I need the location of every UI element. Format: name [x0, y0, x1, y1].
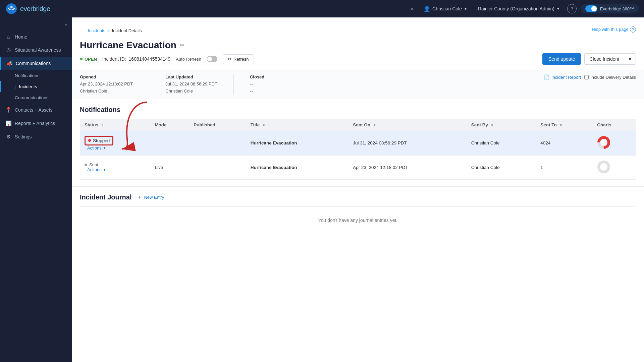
opened-date: Apr 23, 2024 12:18:02 PDT — [80, 81, 133, 88]
sidebar-label-reports-analytics: Reports + Analytics — [15, 121, 55, 126]
row1-title-cell: Hurricane Evacuation — [246, 131, 348, 155]
row2-sent-on-cell: Apr 23, 2024 12:18:02 PDT — [348, 155, 466, 179]
svg-point-6 — [601, 164, 606, 170]
col-status: Status ⇕ — [80, 119, 150, 131]
refresh-button[interactable]: ↻ Refresh — [223, 54, 254, 64]
product-label: Everbridge 360™ — [600, 6, 634, 11]
sent-on-sort-icon[interactable]: ▼ — [373, 123, 376, 127]
sidebar-label-communications: Communications — [16, 61, 51, 66]
row2-actions-btn[interactable]: Actions ▼ — [87, 167, 145, 172]
opened-label: Opened — [80, 74, 133, 79]
title-sort-icon[interactable]: ⇕ — [262, 123, 265, 127]
close-incident-dropdown[interactable]: Close Incident ▼ — [584, 53, 636, 65]
col-sent-by: Sent By ⇕ — [467, 119, 536, 131]
sidebar-item-contacts-assets[interactable]: 📍 Contacts + Assets — [0, 103, 72, 117]
auto-refresh-toggle[interactable] — [207, 56, 217, 62]
notifications-section: Notifications Status — [72, 99, 644, 180]
sent-dot — [85, 164, 87, 166]
sent-by-sort-icon[interactable]: ⇕ — [491, 123, 493, 127]
user-menu[interactable]: 👤 Christian Cole ▼ — [420, 4, 471, 13]
notifications-title: Notifications — [80, 106, 636, 114]
incident-report-link[interactable]: 📄 Incident Report — [544, 74, 581, 80]
page-title: Hurricane Evacuation — [80, 40, 176, 51]
sidebar-label-situational-awareness: Situational Awareness — [15, 47, 61, 53]
incident-id: Incident ID: 1608140445534149 — [102, 56, 170, 62]
sent-to-sort-icon[interactable]: ⇕ — [559, 123, 562, 127]
open-status-label: OPEN — [85, 57, 97, 62]
sidebar-sub-label-communications: Communications — [15, 95, 49, 100]
breadcrumb: Incidents > Incident Details — [80, 23, 150, 36]
everbridge-360-badge[interactable]: Everbridge 360™ — [581, 4, 639, 13]
edit-title-icon[interactable]: ✏ — [180, 42, 185, 49]
sidebar-label-home: Home — [15, 34, 27, 40]
last-updated-block: Last Updated Jul 31, 2024 08:56:29 PDT C… — [165, 74, 217, 95]
status-sort-icon[interactable]: ⇕ — [101, 123, 104, 127]
logo[interactable]: everbridge — [5, 3, 50, 15]
user-name: Christian Cole — [432, 6, 462, 11]
sidebar-collapse-btn[interactable]: « — [0, 20, 72, 30]
sidebar-sub-label-incidents: Incidents — [19, 84, 37, 89]
nav-arrows[interactable]: » — [408, 4, 416, 14]
incident-status-open: OPEN — [80, 57, 97, 62]
reports-analytics-icon: 📊 — [5, 120, 11, 126]
situational-awareness-icon: ◎ — [5, 47, 11, 53]
incident-report-block: 📄 Incident Report Include Delivery Detai… — [544, 74, 636, 80]
row2-mode-cell: Live — [150, 155, 189, 179]
actions-chevron-2: ▼ — [103, 168, 106, 172]
col-charts: Charts — [592, 119, 636, 131]
close-incident-arrow[interactable]: ▼ — [624, 54, 636, 64]
sidebar-item-home[interactable]: ⌂ Home — [0, 30, 72, 43]
status-bar: OPEN Incident ID: 1608140445534149 Auto … — [72, 53, 644, 70]
breadcrumb-separator: > — [107, 28, 110, 33]
360-toggle[interactable] — [585, 5, 597, 12]
sidebar-item-settings[interactable]: ⚙ Settings — [0, 130, 72, 143]
breadcrumb-current: Incident Details — [112, 28, 142, 33]
new-entry-button[interactable]: ＋ New Entry — [137, 194, 164, 201]
sidebar-sub-notifications[interactable]: Notifications — [0, 70, 72, 81]
settings-icon: ⚙ — [5, 134, 11, 140]
row2-title-cell: Hurricane Evacuation — [246, 155, 348, 179]
col-title: Title ⇕ — [246, 119, 348, 131]
row1-sent-to-cell: 4024 — [536, 131, 592, 155]
contacts-assets-icon: 📍 — [5, 107, 11, 113]
svg-point-4 — [601, 140, 606, 145]
row1-sent-on-cell: Jul 31, 2024 08:56:29 PDT — [348, 131, 466, 155]
stopped-status-highlight: Stopped — [85, 136, 113, 145]
breadcrumb-incidents-link[interactable]: Incidents — [88, 28, 105, 33]
auto-refresh-label: Auto Refresh — [176, 57, 201, 62]
main-content: Incidents > Incident Details Help with t… — [72, 17, 644, 362]
closed-value: -- — [250, 81, 264, 88]
sent-status: Sent — [85, 162, 145, 167]
include-delivery-checkbox[interactable] — [584, 75, 589, 79]
incident-meta: Opened Apr 23, 2024 12:18:02 PDT Christi… — [72, 70, 644, 99]
col-sent-on: Sent On ▼ — [348, 119, 466, 131]
help-label: Help with this page — [592, 27, 629, 32]
org-menu[interactable]: Rainier County (Organization Admin) ▼ — [475, 5, 563, 13]
closed-by: -- — [250, 88, 264, 95]
open-status-dot — [80, 58, 83, 60]
report-icon: 📄 — [544, 74, 549, 80]
org-name: Rainier County (Organization Admin) — [478, 6, 554, 11]
row1-actions-btn[interactable]: Actions ▼ — [87, 145, 145, 150]
incident-journal-section: Incident Journal ＋ New Entry You don't h… — [72, 186, 644, 240]
send-update-button[interactable]: Send update — [542, 53, 581, 65]
row1-status-cell: Stopped Actions ▼ — [80, 131, 150, 155]
sidebar-sub-communications[interactable]: Communications — [0, 92, 72, 103]
help-button[interactable]: ? — [567, 4, 577, 13]
help-page-link[interactable]: Help with this page ? — [592, 26, 636, 33]
table-row: Sent Actions ▼ Live Hurricane Evacuation… — [80, 155, 636, 179]
refresh-icon: ↻ — [228, 57, 231, 62]
journal-empty-message: You don't have any journal entries yet. — [80, 206, 636, 234]
sidebar-sub-incidents[interactable]: | Incidents — [0, 81, 72, 92]
include-delivery-checkbox-label[interactable]: Include Delivery Details — [584, 75, 636, 80]
communications-submenu: Notifications | Incidents Communications — [0, 70, 72, 103]
notifications-table: Status ⇕ Mode Published Title ⇕ Sent On — [80, 119, 636, 180]
sidebar-item-communications[interactable]: 📣 Communications — [0, 57, 72, 70]
sent-label: Sent — [89, 162, 98, 167]
sidebar-item-reports-analytics[interactable]: 📊 Reports + Analytics — [0, 117, 72, 130]
sidebar-item-situational-awareness[interactable]: ◎ Situational Awareness — [0, 43, 72, 57]
header-actions: Send update Close Incident ▼ — [542, 53, 636, 65]
last-updated-date: Jul 31, 2024 08:56:29 PDT — [165, 81, 217, 88]
col-published: Published — [189, 119, 246, 131]
top-nav: everbridge » 👤 Christian Cole ▼ Rainier … — [0, 0, 644, 17]
